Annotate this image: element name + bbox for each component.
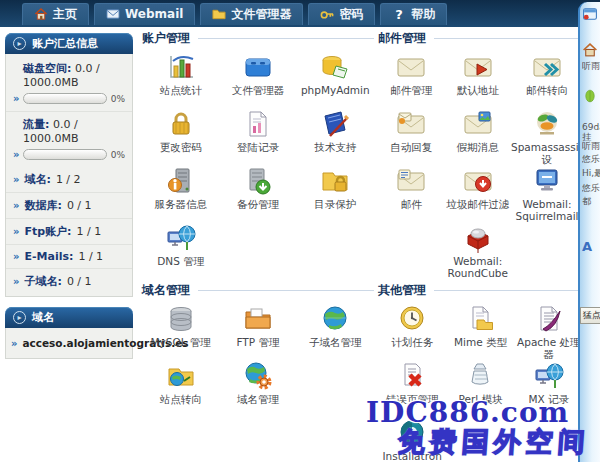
- app-label: 计划任务: [391, 336, 433, 348]
- progress-bar: [23, 149, 106, 160]
- app-label: 服务器信息: [154, 198, 207, 210]
- mime-icon: [465, 304, 495, 334]
- app-phpmyadmin[interactable]: phpMyAdmin: [297, 52, 374, 109]
- app-label: 自动回复: [390, 141, 432, 153]
- section-title: 其他管理: [378, 282, 426, 299]
- app-mail-list[interactable]: 邮件: [378, 166, 445, 223]
- app-mime[interactable]: Mime 类型: [446, 304, 514, 361]
- app-mail-vacation[interactable]: 假期消息: [445, 109, 512, 166]
- ftp-icon: [243, 304, 273, 334]
- chat-text-fragment[interactable]: 猛点: [580, 307, 600, 324]
- lock-icon: [166, 109, 196, 139]
- mail-autoreply-icon: [396, 109, 426, 139]
- app-spamassassin[interactable]: Spamassassin 设: [511, 109, 583, 166]
- app-backup[interactable]: 备份管理: [219, 166, 296, 223]
- divider: [198, 290, 374, 291]
- nav-tab-3[interactable]: 密码: [308, 3, 375, 25]
- app-label: 备份管理: [237, 198, 279, 210]
- progress-bar: [23, 93, 106, 104]
- app-label: 垃圾邮件过滤: [446, 198, 509, 210]
- chevron-right-icon: »: [13, 200, 19, 211]
- meter-label: 流量:: [23, 118, 49, 131]
- app-ftp[interactable]: FTP 管理: [219, 304, 296, 361]
- circle-arrow-icon: ▸: [13, 37, 26, 50]
- account-summary-header: ▸ 账户汇总信息: [5, 33, 133, 54]
- stat-label: 数据库:: [24, 198, 61, 213]
- stat-row-2: »Ftp账户: 1 / 1: [6, 219, 132, 245]
- divider: [198, 38, 374, 39]
- stat-value: 0 / 1: [67, 275, 92, 288]
- app-lock[interactable]: 更改密码: [142, 109, 219, 166]
- app-label: 技术支持: [314, 141, 356, 153]
- app-dirprotect[interactable]: 目录保护: [297, 166, 374, 223]
- app-mail-autoreply[interactable]: 自动回复: [378, 109, 445, 166]
- app-chart[interactable]: 站点统计: [142, 52, 219, 109]
- app-label: Spamassassin 设: [511, 141, 583, 165]
- app-loginlog[interactable]: 登陆记录: [219, 109, 296, 166]
- app-mail-default[interactable]: 默认地址: [445, 52, 512, 109]
- usage-meter-0: 磁盘空间: 0.0 / 1000.0MB»0%: [6, 56, 132, 112]
- app-dns[interactable]: DNS 管理: [142, 223, 219, 280]
- stat-value: 1 / 1: [78, 250, 103, 263]
- account-summary-box: ▸ 账户汇总信息 磁盘空间: 0.0 / 1000.0MB»0%流量: 0.0 …: [5, 33, 133, 297]
- key-icon: [320, 7, 334, 21]
- app-mysql[interactable]: MySQL 管理: [142, 304, 219, 361]
- app-filebox[interactable]: 文件管理器: [219, 52, 296, 109]
- meter-percent: 0%: [111, 94, 125, 104]
- app-mail-forward[interactable]: 邮件转向: [511, 52, 583, 109]
- app-support[interactable]: 技术支持: [297, 109, 374, 166]
- support-icon: [320, 109, 350, 139]
- app-label: Apache 处理器: [515, 336, 583, 360]
- stat-value: 0 / 1: [67, 199, 92, 212]
- nav-tab-label: 密码: [339, 6, 363, 23]
- backup-icon: [243, 166, 273, 196]
- mail-vacation-icon: [463, 109, 493, 139]
- mini-house-icon: [582, 42, 600, 60]
- mail-nav-icon: [106, 7, 120, 21]
- monitor-icon: [532, 166, 562, 196]
- app-label: 文件管理器: [232, 84, 285, 96]
- mini-leaf-icon: [582, 88, 600, 106]
- app-spam-filter[interactable]: 垃圾邮件过滤: [445, 166, 512, 223]
- usage-meter-1: 流量: 0.0 / 1000.0MB»0%: [6, 112, 132, 167]
- nav-tab-2[interactable]: 文件管理器: [200, 3, 303, 25]
- stat-value: 1 / 2: [56, 173, 81, 186]
- dirprotect-icon: [320, 166, 350, 196]
- app-label: 站点统计: [160, 84, 202, 96]
- app-roundcube[interactable]: Webmail: RoundCube: [445, 223, 512, 280]
- chat-text-fragment: 都: [582, 195, 600, 208]
- app-monitor[interactable]: Webmail: Squirrelmail: [511, 166, 583, 223]
- section-1: 邮件管理邮件管理默认地址邮件转向自动回复假期消息Spamassassin 设邮件…: [376, 30, 585, 282]
- section-title: 域名管理: [142, 282, 190, 299]
- chevron-right-icon: »: [13, 149, 19, 160]
- app-apache[interactable]: Apache 处理器: [515, 304, 583, 361]
- stat-label: 子域名:: [24, 274, 61, 289]
- nav-tab-4[interactable]: ?帮助: [380, 3, 447, 25]
- mini-window-icon: [582, 6, 600, 24]
- app-label: 邮件管理: [390, 84, 432, 96]
- nav-tab-1[interactable]: Webmail: [94, 3, 195, 25]
- chat-text-fragment: A: [582, 239, 600, 254]
- app-label: 子域名管理: [309, 336, 362, 348]
- app-mail[interactable]: 邮件管理: [378, 52, 445, 109]
- chat-popup-strip[interactable]: 听雨69da挂听雨悠乐Hi,最悠乐都A猛点: [578, 2, 600, 462]
- app-label: DNS 管理: [157, 255, 204, 267]
- app-clock[interactable]: 计划任务: [378, 304, 446, 361]
- app-label: 假期消息: [457, 141, 499, 153]
- app-serverinfo[interactable]: 服务器信息: [142, 166, 219, 223]
- globe-icon: [320, 304, 350, 334]
- app-globe-gear[interactable]: 域名管理: [219, 361, 296, 418]
- domain-link[interactable]: »acceso.alojamientogratis.es: [6, 330, 132, 356]
- app-label: MySQL 管理: [150, 336, 210, 348]
- app-label: Webmail: Squirrelmail: [511, 198, 583, 222]
- app-site-redirect[interactable]: 站点转向: [142, 361, 219, 418]
- app-globe[interactable]: 子域名管理: [297, 304, 374, 361]
- chevron-right-icon: »: [13, 226, 19, 237]
- spam-filter-icon: [463, 166, 493, 196]
- nav-tab-0[interactable]: 主页: [22, 3, 89, 25]
- apache-icon: [534, 304, 564, 334]
- meter-percent: 0%: [111, 150, 125, 160]
- app-label: FTP 管理: [237, 336, 280, 348]
- stat-label: 域名:: [24, 172, 50, 187]
- spamassassin-icon: [532, 109, 562, 139]
